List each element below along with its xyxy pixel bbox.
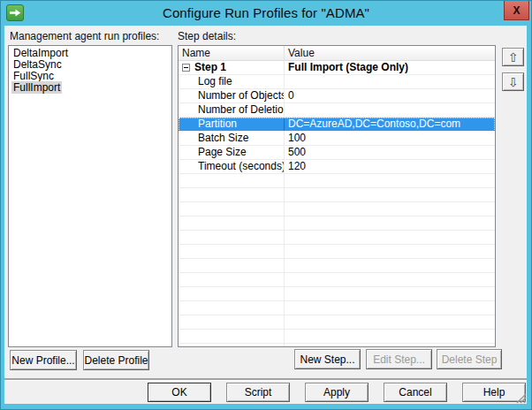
cancel-button[interactable]: Cancel (384, 383, 447, 402)
step-detail-name: Partition (179, 118, 285, 131)
step-detail-row[interactable]: PartitionDC=AzureAD,DC=Contoso,DC=com (179, 118, 495, 132)
up-arrow-icon: ⇧ (508, 51, 519, 64)
close-icon: X (513, 4, 520, 17)
move-step-up-button[interactable]: ⇧ (502, 48, 524, 66)
table-body: Step 1Full Import (Stage Only)Log fileNu… (179, 61, 495, 347)
step-details-table[interactable]: Name Value Step 1Full Import (Stage Only… (178, 45, 496, 347)
run-profiles-label: Management agent run profiles: (10, 30, 159, 42)
empty-row (179, 273, 495, 287)
step-detail-value: Full Import (Stage Only) (285, 61, 495, 74)
empty-row (179, 174, 495, 188)
empty-row (179, 344, 495, 347)
empty-row (179, 315, 495, 330)
run-profile-item-label: FullImport (11, 81, 62, 94)
step-detail-row[interactable]: Timeout (seconds)120 (179, 160, 495, 174)
configure-run-profiles-dialog: Configure Run Profiles for "ADMA" X Mana… (0, 0, 532, 410)
new-step-button[interactable]: New Step... (294, 349, 361, 369)
run-profile-item[interactable]: FullImport (11, 82, 171, 94)
empty-row (179, 287, 495, 301)
run-profiles-listbox[interactable]: DeltaImportDeltaSyncFullSyncFullImport (8, 45, 172, 347)
step-detail-name: Step 1 (179, 61, 285, 74)
delete-step-button: Delete Step (437, 349, 502, 369)
step-detail-value: 120 (285, 160, 495, 173)
step-detail-row[interactable]: Number of Objects0 (179, 89, 495, 103)
separator-line (4, 378, 527, 380)
step-detail-row[interactable]: Step 1Full Import (Stage Only) (179, 61, 495, 75)
step-detail-value (285, 103, 495, 117)
step-detail-name: Batch Size (179, 132, 285, 145)
ok-button[interactable]: OK (148, 383, 211, 402)
dialog-title: Configure Run Profiles for "ADMA" (1, 5, 531, 20)
step-detail-name: Log file (179, 75, 285, 88)
empty-row (179, 216, 495, 231)
run-profile-item-label: DeltaSync (11, 58, 64, 71)
step-detail-name: Number of Deletions (179, 103, 285, 117)
run-profile-item-label: DeltaImport (11, 47, 70, 59)
apply-button[interactable]: Apply (305, 383, 369, 402)
empty-row (179, 202, 495, 216)
empty-row (179, 259, 495, 273)
empty-row (179, 330, 495, 344)
empty-row (179, 231, 495, 245)
step-detail-row[interactable]: Page Size500 (179, 146, 495, 160)
table-header: Name Value (179, 46, 495, 61)
delete-profile-button[interactable]: Delete Profile (83, 350, 149, 370)
step-detail-name: Timeout (seconds) (179, 160, 285, 173)
step-detail-row[interactable]: Number of Deletions (179, 103, 495, 118)
empty-row (179, 245, 495, 259)
titlebar[interactable]: Configure Run Profiles for "ADMA" X (1, 1, 531, 26)
down-arrow-icon: ⇩ (508, 76, 519, 88)
empty-row (179, 188, 495, 202)
step-detail-name: Number of Objects (179, 89, 285, 102)
step-detail-name: Page Size (179, 146, 285, 159)
step-detail-value: DC=AzureAD,DC=Contoso,DC=com (285, 118, 495, 131)
new-profile-button[interactable]: New Profile... (10, 350, 77, 370)
empty-row (179, 301, 495, 315)
step-details-label: Step details: (178, 30, 236, 42)
script-button[interactable]: Script (226, 383, 290, 402)
step-detail-value: 0 (285, 89, 495, 102)
edit-step-button: Edit Step... (366, 349, 432, 369)
move-step-down-button[interactable]: ⇩ (502, 72, 524, 91)
step-detail-value: 100 (285, 132, 495, 145)
column-header-name[interactable]: Name (179, 46, 285, 60)
collapse-expander-icon[interactable] (182, 64, 190, 72)
run-profile-item-label: FullSync (11, 70, 56, 82)
step-detail-value (285, 75, 495, 88)
step-detail-value: 500 (285, 146, 495, 159)
resize-grip-icon[interactable] (514, 391, 527, 404)
close-button[interactable]: X (504, 1, 529, 20)
step-detail-row[interactable]: Log file (179, 75, 495, 89)
column-header-value[interactable]: Value (285, 46, 495, 60)
step-detail-row[interactable]: Batch Size100 (179, 132, 495, 146)
